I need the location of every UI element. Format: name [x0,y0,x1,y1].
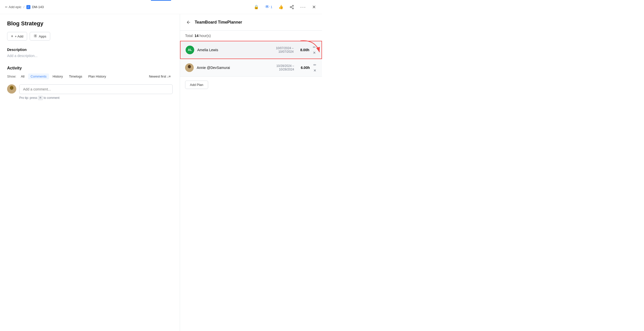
svg-point-14 [187,68,192,72]
total-hours: 14 [194,34,199,38]
amelia-avatar: AL [186,46,194,54]
sort-button[interactable]: Newest first ↓≡ [147,73,173,79]
comment-area [7,84,173,94]
annie-edit-button[interactable]: ✏ [313,63,317,67]
current-user-avatar [7,84,16,94]
activity-section: Activity Show: All Comments History Time… [7,66,173,100]
apps-button[interactable]: Apps [30,32,50,41]
amelia-dates: 10/07/2024 –10/07/2024 [266,46,294,53]
pro-tip-key: M [38,96,43,100]
pro-tip: Pro tip: press M to comment [19,96,173,100]
amelia-name: Amelia Lewis [197,48,263,52]
amelia-hours: 8.00h [297,48,309,52]
epic-label[interactable]: Add epic [9,5,22,9]
svg-point-9 [11,88,11,88]
right-panel-header: TeamBoard TimePlanner [180,14,322,31]
svg-point-5 [35,35,36,36]
ticket-id-label: DM-143 [32,5,44,9]
apps-label: Apps [39,34,46,38]
ticket-checkbox-icon: ✓ [26,5,30,9]
share-button[interactable] [289,4,295,10]
toolbar-actions: 🔒 👁 1 👍 ··· ✕ [253,3,317,11]
sort-label: Newest first ↓≡ [149,75,171,78]
svg-line-4 [291,6,293,7]
svg-line-3 [291,7,293,8]
svg-point-0 [293,5,294,6]
eye-icon: 👁 [265,4,270,10]
total-unit: hour(s) [200,34,211,38]
page-title: Blog Strategy [7,20,173,27]
pro-tip-suffix: to comment [44,96,60,100]
activity-title: Activity [7,66,173,70]
add-plan-button[interactable]: Add Plan [185,81,208,89]
main-content: Blog Strategy + + Add Apps Description A… [0,14,322,331]
close-button[interactable]: ✕ [311,3,317,11]
filter-all[interactable]: All [18,73,27,79]
filter-history[interactable]: History [50,73,65,79]
add-label: + Add [15,34,23,38]
plan-entry-wrapper-2: Annie @DevSamurai 10/28/2024 –10/28/2024… [180,59,322,77]
add-button[interactable]: + + Add [7,32,27,41]
svg-point-1 [290,6,292,8]
lock-button[interactable]: 🔒 [253,4,260,10]
annie-delete-button[interactable]: ✕ [313,68,317,73]
amelia-delete-button[interactable]: ✕ [312,50,316,55]
description-section: Description Add a description... [7,48,173,58]
plan-entry-2: Annie @DevSamurai 10/28/2024 –10/28/2024… [180,59,322,77]
watch-count: 1 [271,5,272,9]
filter-comments[interactable]: Comments [28,73,49,79]
right-panel: TeamBoard TimePlanner Total: 14 hour(s) … [180,14,322,331]
left-panel: Blog Strategy + + Add Apps Description A… [0,14,180,331]
add-epic-link[interactable]: ✏ Add epic [5,5,22,9]
svg-point-10 [12,88,13,88]
add-plan-label: Add Plan [190,83,203,87]
more-options-button[interactable]: ··· [299,3,307,11]
action-buttons: + + Add Apps [7,32,173,41]
comment-input[interactable] [19,84,173,94]
description-label: Description [7,48,173,52]
breadcrumb: ✏ Add epic / ✓ DM-143 [5,5,44,9]
watch-button[interactable]: 👁 1 [264,3,273,11]
breadcrumb-separator: / [24,5,25,9]
annie-name: Annie @DevSamurai [197,66,263,70]
amelia-edit-button[interactable]: ✏ [312,45,316,49]
annie-actions: ✏ ✕ [313,63,317,73]
pro-tip-text: Pro tip: press [19,96,38,100]
plan-entry-1: AL Amelia Lewis 10/07/2024 –10/07/2024 8… [180,41,322,59]
show-label: Show: [7,75,16,78]
panel-title: TeamBoard TimePlanner [195,20,242,25]
pencil-icon: ✏ [5,5,8,9]
plus-icon: + [11,34,13,39]
thumbs-up-button[interactable]: 👍 [277,4,284,10]
ticket-id[interactable]: ✓ DM-143 [26,5,44,9]
total-label: Total: 14 hour(s) [180,31,322,41]
annie-avatar [185,63,194,72]
filter-timelogs[interactable]: Timelogs [66,73,85,79]
annie-dates: 10/28/2024 –10/28/2024 [266,64,294,71]
plan-entry-wrapper-1: AL Amelia Lewis 10/07/2024 –10/07/2024 8… [180,41,322,59]
top-toolbar: ✏ Add epic / ✓ DM-143 🔒 👁 1 👍 ··· ✕ [0,0,322,14]
annie-hours: 6.00h [297,66,310,70]
loading-progress-bar [151,0,171,1]
svg-point-16 [190,66,191,67]
right-panel-body: Total: 14 hour(s) AL Amelia Lewis 10/07/… [180,31,322,93]
activity-filters: Show: All Comments History Timelogs Plan… [7,73,173,79]
filter-plan-history[interactable]: Plan History [86,73,109,79]
svg-point-2 [293,8,294,9]
apps-icon [33,34,37,39]
back-button[interactable] [185,19,192,26]
svg-point-15 [188,66,189,67]
amelia-actions: ✏ ✕ [312,45,316,55]
description-placeholder[interactable]: Add a description... [7,54,173,58]
